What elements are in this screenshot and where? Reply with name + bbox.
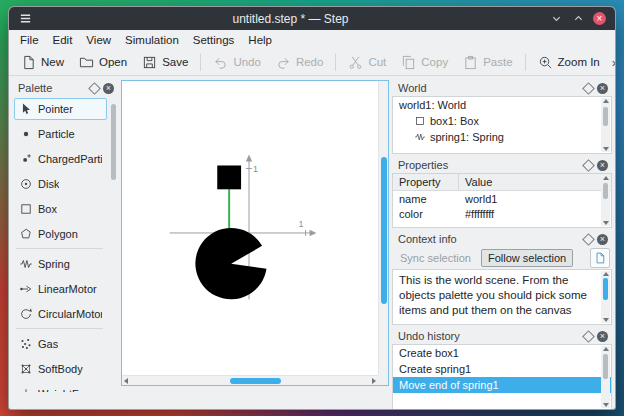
cut-button[interactable]: Cut [341, 52, 393, 73]
palette-scrollbar-thumb[interactable] [111, 104, 116, 180]
tree-item-spring1[interactable]: spring1: Spring [393, 129, 611, 145]
spring-icon [19, 257, 33, 271]
scene-horizontal-scrollbar-thumb[interactable] [230, 378, 281, 384]
palette-item-polygon[interactable]: Polygon [14, 223, 107, 245]
redo-button[interactable]: Redo [269, 52, 331, 73]
disk-object[interactable] [195, 228, 266, 299]
scroll-down-icon[interactable] [603, 221, 609, 225]
undo-scrollbar[interactable] [601, 346, 610, 408]
world-scrollbar[interactable] [601, 98, 610, 152]
menu-view[interactable]: View [79, 32, 118, 48]
float-panel-icon[interactable] [582, 82, 595, 95]
float-panel-icon[interactable] [582, 233, 595, 246]
property-cell[interactable]: color [393, 208, 459, 220]
properties-scrollbar-thumb[interactable] [603, 183, 608, 199]
palette-item-linearmotor[interactable]: LinearMotor [14, 278, 107, 300]
close-panel-icon[interactable] [597, 331, 608, 342]
undo-item-create-spring1[interactable]: Create spring1 [393, 361, 611, 377]
tree-item-world1[interactable]: world1: World [393, 97, 611, 113]
scene-horizontal-scrollbar[interactable] [122, 375, 378, 385]
palette-item-pointer[interactable]: Pointer [14, 98, 107, 120]
toolbar-overflow-icon[interactable]: › [608, 55, 616, 70]
properties-scrollbar[interactable] [601, 175, 610, 226]
minimize-icon[interactable] [549, 12, 563, 26]
palette-item-box[interactable]: Box [14, 198, 107, 220]
close-window-icon[interactable]: × [593, 12, 606, 25]
palette-item-softbody[interactable]: SoftBody [14, 358, 107, 380]
scroll-left-icon[interactable] [124, 378, 128, 384]
menu-simulation[interactable]: Simulation [118, 32, 186, 48]
undo-item-create-box1[interactable]: Create box1 [393, 345, 611, 361]
palette-item-weightforce[interactable]: WeightForce [14, 383, 107, 392]
undo-item-label: Create box1 [399, 347, 459, 359]
close-panel-icon[interactable] [597, 234, 608, 245]
float-panel-icon[interactable] [582, 159, 595, 172]
value-cell[interactable]: world1 [459, 193, 611, 205]
maximize-icon[interactable] [571, 12, 585, 26]
scroll-down-icon[interactable] [603, 403, 609, 407]
close-panel-icon[interactable] [103, 83, 114, 94]
menu-settings[interactable]: Settings [186, 32, 242, 48]
palette-item-particle[interactable]: Particle [14, 123, 107, 145]
palette-item-chargedparticle[interactable]: ChargedParticle [14, 148, 107, 170]
context-panel-header[interactable]: Context info [392, 231, 612, 247]
zoom-in-button[interactable]: Zoom In [531, 52, 607, 73]
undo-button[interactable]: Undo [206, 52, 268, 73]
property-cell[interactable]: name [393, 193, 459, 205]
value-cell[interactable]: #ffffffff [459, 208, 611, 220]
undo-scrollbar-thumb[interactable] [603, 354, 608, 379]
palette-item-disk[interactable]: Disk [14, 173, 107, 195]
palette-item-gas[interactable]: Gas [14, 333, 107, 355]
follow-selection-button[interactable]: Follow selection [481, 249, 573, 267]
context-scrollbar[interactable] [601, 271, 610, 323]
undo-panel-header[interactable]: Undo history [392, 328, 612, 344]
menu-edit[interactable]: Edit [46, 32, 80, 48]
undo-panel-title: Undo history [398, 330, 580, 342]
scrollbar-corner [378, 375, 388, 385]
palette-item-spring[interactable]: Spring [14, 253, 107, 275]
column-value[interactable]: Value [459, 176, 611, 188]
palette-scrollbar[interactable] [110, 98, 117, 390]
float-panel-icon[interactable] [88, 82, 101, 95]
palette-item-circularmotor[interactable]: CircularMotor [14, 303, 107, 325]
scene-vertical-scrollbar[interactable] [378, 81, 388, 375]
tree-item-box1[interactable]: box1: Box [393, 113, 611, 129]
property-row-color[interactable]: color #ffffffff [393, 206, 611, 221]
close-panel-icon[interactable] [597, 83, 608, 94]
close-panel-icon[interactable] [597, 160, 608, 171]
scroll-up-icon[interactable] [603, 176, 609, 180]
scroll-right-icon[interactable] [372, 378, 376, 384]
context-info-text: This is the world scene. From the object… [393, 270, 611, 318]
scene-canvas[interactable]: 1 1 [122, 81, 378, 375]
properties-panel-header[interactable]: Properties [392, 157, 612, 173]
property-row-name[interactable]: name world1 [393, 191, 611, 206]
scene-canvas-area[interactable]: 1 1 [122, 81, 378, 375]
titlebar[interactable]: untitled.step * — Step × [9, 7, 615, 30]
scroll-up-icon[interactable] [603, 99, 609, 103]
context-toolbar: Sync selection Follow selection [392, 247, 612, 269]
context-document-button[interactable] [590, 248, 610, 268]
box1-object[interactable] [217, 165, 241, 189]
copy-button[interactable]: Copy [394, 52, 455, 73]
scroll-up-icon[interactable] [603, 272, 609, 276]
menu-help[interactable]: Help [241, 32, 279, 48]
context-scrollbar-thumb[interactable] [603, 278, 608, 300]
world-scrollbar-thumb[interactable] [603, 107, 608, 126]
hamburger-menu-icon[interactable] [18, 12, 32, 26]
palette-panel-header[interactable]: Palette [12, 80, 118, 96]
new-button[interactable]: New [14, 52, 71, 73]
menu-file[interactable]: File [13, 32, 46, 48]
undo-item-move-end-of-spring1[interactable]: Move end of spring1 [393, 377, 611, 393]
scroll-down-icon[interactable] [603, 318, 609, 322]
scroll-up-icon[interactable] [603, 347, 609, 351]
open-button[interactable]: Open [72, 52, 134, 73]
paste-button[interactable]: Paste [456, 52, 519, 73]
world-panel-header[interactable]: World [392, 80, 612, 96]
scroll-down-icon[interactable] [603, 147, 609, 151]
float-panel-icon[interactable] [582, 330, 595, 343]
scene-vertical-scrollbar-thumb[interactable] [381, 157, 387, 304]
properties-table-header[interactable]: Property Value [393, 174, 611, 191]
save-button[interactable]: Save [135, 52, 195, 73]
sync-selection-button[interactable]: Sync selection [394, 249, 477, 267]
column-property[interactable]: Property [393, 174, 459, 190]
